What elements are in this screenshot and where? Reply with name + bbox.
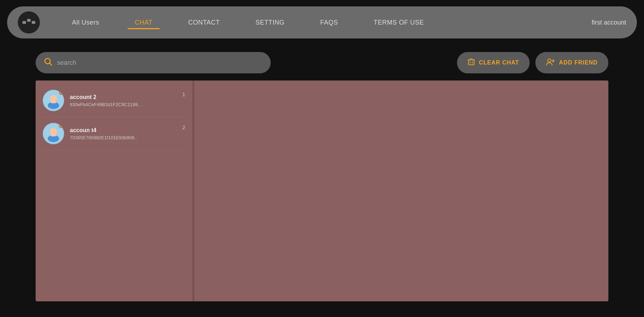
navbar: All Users CHAT CONTACT SETTING FAQS TERM…: [7, 6, 637, 38]
logo[interactable]: [18, 11, 40, 33]
svg-rect-0: [22, 21, 26, 24]
chat-list: account 2 930eFb4CeF49B2d1F2C9C1199.. 1: [36, 80, 192, 301]
nav-all-users[interactable]: All Users: [54, 19, 117, 26]
search-icon: [44, 58, 52, 68]
svg-line-4: [50, 63, 52, 66]
chat-item[interactable]: account 2 930eFb4CeF49B2d1F2C9C1199.. 1: [36, 84, 192, 117]
avatar: [43, 123, 64, 144]
online-indicator: [59, 91, 63, 95]
chat-window: [192, 80, 608, 301]
clear-chat-button[interactable]: CLEAR CHAT: [457, 52, 530, 73]
svg-rect-5: [468, 60, 474, 65]
svg-rect-2: [32, 21, 35, 24]
chat-name: account 2: [70, 94, 182, 100]
account-label: first account: [592, 19, 626, 26]
svg-rect-18: [51, 100, 56, 103]
nav-faqs[interactable]: FAQS: [302, 19, 356, 26]
chat-info: accoun t4 70365E785982E1f101E93b906..: [70, 127, 182, 140]
svg-point-17: [54, 97, 57, 99]
nav-setting[interactable]: SETTING: [238, 19, 302, 26]
chat-item[interactable]: accoun t4 70365E785982E1f101E93b906.. 2: [36, 117, 192, 150]
chat-info: account 2 930eFb4CeF49B2d1F2C9C1199..: [70, 94, 182, 107]
chat-preview: 930eFb4CeF49B2d1F2C9C1199..: [70, 102, 182, 107]
svg-rect-1: [27, 19, 31, 22]
svg-point-16: [50, 97, 52, 99]
avatar: [43, 90, 64, 111]
online-indicator: [59, 124, 63, 128]
search-container: [36, 52, 271, 73]
chat-preview: 70365E785982E1f101E93b906..: [70, 135, 182, 140]
chat-number: 2: [182, 123, 185, 130]
svg-point-23: [54, 130, 57, 132]
trash-icon: [468, 58, 475, 68]
svg-rect-7: [470, 59, 472, 60]
clear-chat-label: CLEAR CHAT: [479, 59, 519, 66]
add-user-icon: [546, 58, 555, 68]
nav-links: All Users CHAT CONTACT SETTING FAQS TERM…: [54, 19, 592, 26]
svg-point-10: [548, 59, 551, 62]
chat-name: accoun t4: [70, 127, 182, 134]
search-input[interactable]: [57, 59, 262, 67]
add-friend-label: ADD FRIEND: [559, 59, 598, 66]
nav-contact[interactable]: CONTACT: [170, 19, 238, 26]
search-row: CLEAR CHAT ADD FRIEND: [0, 45, 644, 80]
main-content: account 2 930eFb4CeF49B2d1F2C9C1199.. 1: [36, 80, 608, 301]
chat-number: 1: [182, 90, 185, 97]
chat-divider: [41, 150, 187, 150]
add-friend-button[interactable]: ADD FRIEND: [535, 52, 608, 73]
nav-chat[interactable]: CHAT: [117, 19, 171, 26]
svg-point-22: [50, 130, 52, 132]
action-buttons: CLEAR CHAT ADD FRIEND: [457, 52, 608, 73]
svg-rect-24: [51, 134, 56, 136]
nav-terms[interactable]: TERMS OF USE: [356, 19, 442, 26]
